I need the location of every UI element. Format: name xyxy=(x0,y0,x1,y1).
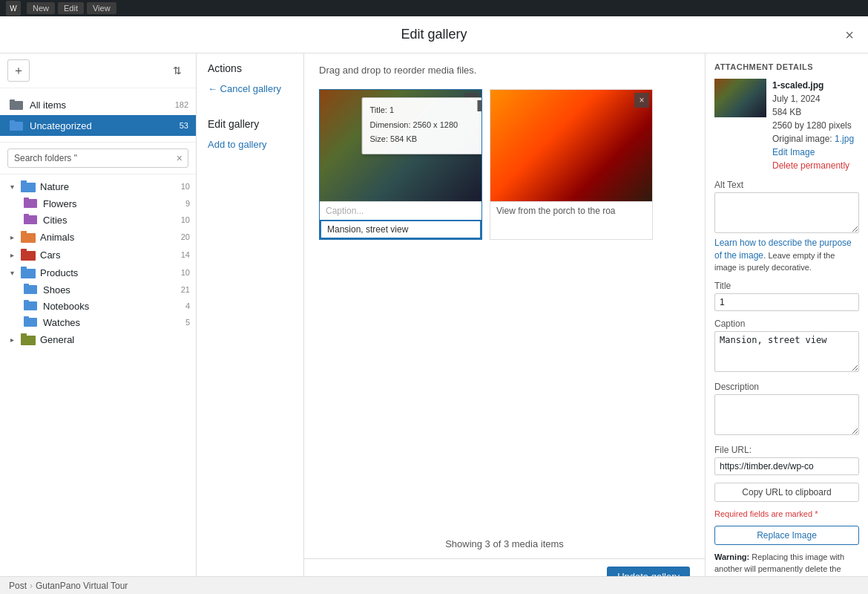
admin-bar-item[interactable]: Edit xyxy=(58,2,84,14)
admin-bar: W New Edit View xyxy=(0,0,868,16)
admin-bar-item[interactable]: View xyxy=(87,2,116,14)
admin-bar-items: New Edit View xyxy=(27,2,116,14)
admin-bar-item[interactable]: New xyxy=(27,2,55,14)
wp-logo[interactable]: W xyxy=(6,1,21,16)
